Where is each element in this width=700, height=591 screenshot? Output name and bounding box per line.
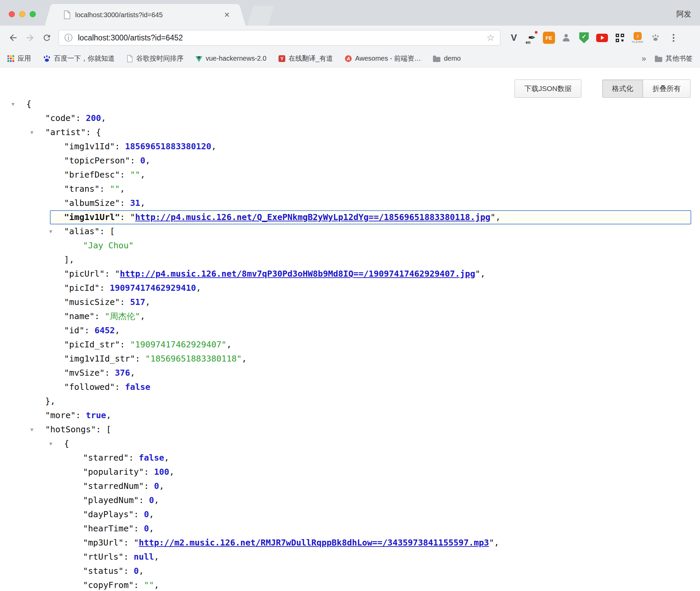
bookmark-apps[interactable]: 应用 (7, 54, 31, 63)
qrcode-extension-icon[interactable] (613, 30, 626, 46)
json-line: "popularity": 100, (0, 465, 700, 479)
paw-icon (652, 34, 659, 41)
grid-cell (10, 60, 11, 62)
bookmark-google-sort[interactable]: 谷歌按时间排序 (127, 54, 183, 63)
json-token: "albumSize" (64, 198, 120, 208)
browser-menu-button[interactable] (667, 30, 680, 46)
json-line: "status": 0, (0, 564, 700, 578)
json-token: " (475, 269, 480, 279)
page-info-icon[interactable]: ⓘ (64, 32, 72, 43)
player-extension-icon[interactable]: ♪ PLAYER (631, 30, 644, 46)
qrcode-icon (616, 34, 624, 42)
json-url-link[interactable]: http://p4.music.126.net/8mv7qP30Pd3oHW8b… (120, 269, 475, 279)
json-token: "" (110, 184, 120, 194)
json-token: , (211, 142, 216, 151)
json-token: 31 (130, 198, 140, 208)
new-tab-button[interactable] (247, 6, 274, 26)
json-token: : (134, 509, 144, 519)
json-token: ], (64, 255, 74, 265)
collapse-toggle-icon[interactable]: ▼ (30, 125, 33, 139)
collapse-all-button[interactable]: 折叠所有 (643, 80, 691, 98)
qr-module (621, 39, 623, 41)
json-line: "copyFrom": "", (0, 578, 700, 591)
json-token: 0 (144, 509, 149, 519)
json-token: "rtUrls" (83, 552, 123, 562)
json-token: "mvSize" (64, 368, 105, 378)
json-url-link[interactable]: http://m2.music.126.net/RMJR7wDullRqppBk… (139, 538, 489, 548)
download-json-button[interactable]: 下载JSON数据 (515, 80, 581, 98)
json-token: "18569651883380118" (145, 354, 242, 364)
back-arrow-icon (8, 33, 18, 43)
json-line: "mp3Url": "http://m2.music.126.net/RMJR7… (0, 536, 700, 550)
other-bookmarks-label: 其他书签 (666, 54, 693, 63)
json-token: : (123, 538, 134, 548)
json-token: : (115, 142, 125, 151)
music-note-icon: ♪ (634, 32, 642, 40)
fehelper-extension-icon[interactable]: FE (543, 32, 555, 44)
browser-tab[interactable]: localhost:3000/artists?id=645 × (53, 4, 237, 26)
collapse-toggle-icon[interactable]: ▼ (11, 97, 14, 111)
bookmark-demo-folder[interactable]: demo (433, 55, 461, 62)
forward-button[interactable] (22, 29, 38, 46)
grid-cell (7, 55, 9, 57)
json-line: "albumSize": 31, (0, 196, 700, 210)
json-token: , (130, 368, 135, 378)
v-extension-icon[interactable]: V (507, 30, 521, 46)
json-token: "briefDesc" (64, 170, 120, 180)
bookmark-baidu[interactable]: 百度一下，你就知道 (43, 54, 115, 63)
address-bar[interactable]: ⓘ localhost:3000/artists?id=6452 ☆ (59, 30, 500, 45)
url-text[interactable]: localhost:3000/artists?id=6452 (78, 33, 487, 42)
paw-extension-icon[interactable] (649, 30, 662, 46)
bookmark-star-icon[interactable]: ☆ (487, 32, 495, 43)
back-button[interactable] (5, 29, 22, 46)
grid-cell (7, 60, 9, 62)
json-token: "artist" (45, 127, 86, 137)
collapse-toggle-icon[interactable]: ▼ (49, 224, 52, 239)
json-token: "popularity" (83, 467, 144, 477)
json-line: "name": "周杰伦", (0, 309, 700, 323)
viewer-actions: 下载JSON数据 格式化 折叠所有 (515, 80, 691, 98)
collapse-toggle-icon[interactable]: ▼ (30, 423, 33, 437)
json-token: "starredNum" (83, 481, 144, 491)
window-minimize-button[interactable] (19, 11, 25, 17)
bookmark-youdao[interactable]: Y 在线翻译_有道 (279, 54, 333, 63)
bookmark-vue-hackernews[interactable]: vue-hackernews-2.0 (196, 55, 266, 62)
window-zoom-button[interactable] (30, 11, 36, 17)
window-close-button[interactable] (9, 11, 15, 17)
tab-title: localhost:3000/artists?id=645 (75, 11, 220, 19)
youtube-extension-icon[interactable] (595, 30, 609, 46)
json-url-link[interactable]: http://p4.music.126.net/Q_ExePNkmgB2yWyL… (135, 212, 491, 222)
vue-logo-icon (196, 56, 202, 62)
adblock-extension-icon[interactable]: ✓ (577, 30, 591, 46)
collapse-toggle-icon[interactable]: ▼ (49, 437, 52, 451)
json-token: 19097417462929410 (110, 283, 196, 293)
bookmark-awesomes[interactable]: A Awesomes - 前端资… (345, 54, 421, 63)
bookmarks-right-group: » 其他书签 (642, 54, 693, 63)
reload-button[interactable] (38, 29, 55, 46)
json-token: : (123, 552, 134, 562)
json-token: "mp3Url" (83, 538, 123, 548)
bookmark-label: vue-hackernews-2.0 (206, 55, 266, 62)
other-bookmarks[interactable]: 其他书签 (655, 54, 693, 63)
profile-name: 阿发 (676, 9, 691, 19)
profile-extension-icon[interactable] (559, 30, 573, 46)
json-token: 6452 (94, 325, 115, 335)
json-token: , (169, 467, 174, 477)
json-token: , (140, 311, 145, 321)
bookmarks-overflow-icon[interactable]: » (642, 54, 646, 63)
person-icon (562, 34, 570, 42)
json-token: : (99, 283, 110, 293)
apps-grid-icon (7, 55, 14, 62)
translate-extension-icon[interactable]: ✒ en (525, 30, 538, 46)
json-line: "img1v1Id": 18569651883380120, (0, 139, 700, 154)
json-token: , (139, 566, 144, 576)
format-button[interactable]: 格式化 (602, 80, 643, 98)
view-mode-segment: 格式化 折叠所有 (602, 80, 691, 98)
close-tab-icon[interactable]: × (224, 10, 230, 20)
youtube-play-icon (596, 34, 608, 42)
json-token: " (490, 212, 495, 222)
reload-icon (42, 33, 52, 42)
json-token: : (139, 495, 149, 505)
json-token: true (86, 410, 106, 420)
browser-toolbar: ⓘ localhost:3000/artists?id=6452 ☆ V ✒ e… (0, 26, 700, 50)
